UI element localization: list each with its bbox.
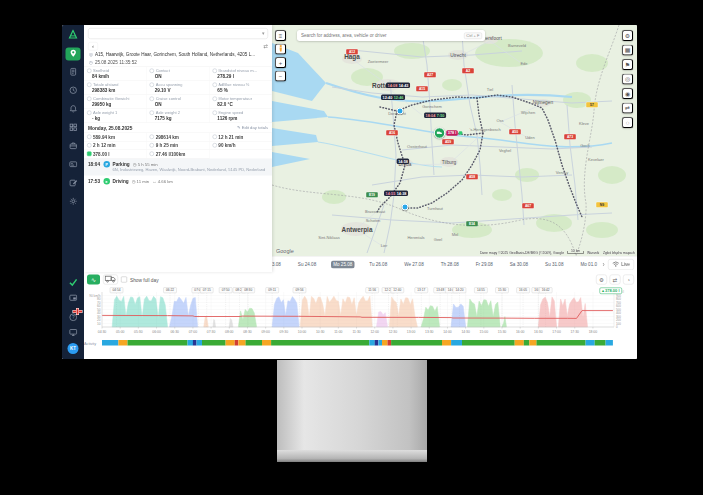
route-icon: [87, 135, 92, 140]
sidebar-item-settings[interactable]: [66, 196, 81, 209]
sidebar-item-reports[interactable]: [66, 66, 81, 79]
stop-marker[interactable]: [397, 108, 404, 115]
chart-history-button[interactable]: ◔: [623, 275, 634, 285]
share-route-icon[interactable]: ⇄: [263, 43, 268, 50]
day-tab[interactable]: We 27.08: [402, 260, 426, 268]
event-row[interactable]: 17:53▸Driving◷ 11 min↔ 4.66 km: [84, 175, 272, 187]
zoom-in-button[interactable]: +: [275, 57, 286, 68]
day-tab[interactable]: Mo 25.08: [331, 260, 354, 268]
metric-icon: [212, 96, 217, 101]
attribution-text: Dane mapy ©2025 GeoBasis-DE/BKG (©2009),…: [480, 251, 564, 255]
speed-chart-toggle[interactable]: ∿: [87, 275, 100, 285]
sidebar-item-notifications[interactable]: [66, 103, 81, 116]
svg-text:10:00: 10:00: [298, 330, 307, 334]
svg-text:14:55: 14:55: [477, 288, 485, 292]
map-location-button[interactable]: ◌: [622, 117, 633, 128]
vehicle-marker[interactable]: 378 l: [434, 127, 462, 139]
pencil-icon: ✎: [237, 125, 241, 130]
map-scale: 10 km: [568, 251, 584, 254]
chart-compare-button[interactable]: ⇄: [610, 275, 621, 285]
day-tab[interactable]: Th 28.08: [439, 260, 461, 268]
svg-text:12:00: 12:00: [370, 330, 379, 334]
svg-text:07:30: 07:30: [207, 330, 216, 334]
metric-icon: [87, 68, 92, 73]
truck-icon: [105, 275, 117, 285]
stop-marker[interactable]: [402, 204, 409, 211]
metric-cell: Cruise controlON: [147, 95, 210, 109]
edit-day-totals-button[interactable]: ✎ Edit day totals: [237, 125, 268, 130]
map-clusters-button[interactable]: ◉: [622, 88, 633, 99]
map-poi-button[interactable]: ⚑: [622, 59, 633, 70]
consumption-icon: [150, 152, 155, 157]
sidebar-item-tracking[interactable]: [66, 48, 81, 61]
svg-text:A2: A2: [466, 69, 470, 73]
back-button[interactable]: ‹: [88, 42, 98, 51]
current-timestamp: 25.08.2025 11:35:52: [95, 59, 137, 64]
map-search[interactable]: Ctrl + F: [297, 30, 485, 41]
sidebar-item-status-check[interactable]: [68, 278, 78, 290]
map-city-label: Mol: [452, 232, 459, 237]
activity-segment: [595, 340, 606, 346]
sidebar-item-apps[interactable]: [69, 294, 78, 305]
map[interactable]: A12A27A2A15A50A73A16A59A58A67E34E1957N9H…: [272, 25, 637, 256]
vehicle-panel: ▾ ‹ ⇄ ◎ A15, Haarwijk, Groote Haar, Gori…: [84, 25, 272, 272]
sidebar-item-user-avatar[interactable]: KT: [68, 343, 79, 354]
sidebar-item-fleet[interactable]: [66, 140, 81, 153]
metric-icon: [212, 110, 217, 115]
day-tab[interactable]: Tu 26.08: [367, 260, 389, 268]
sidebar-item-cards[interactable]: [66, 159, 81, 172]
panel-toggle-button[interactable]: ≡: [275, 30, 286, 41]
streetview-pegman-button[interactable]: [275, 44, 286, 55]
timestamp-row: ◷ 25.08.2025 11:35:52: [89, 59, 267, 64]
svg-text:N9: N9: [600, 203, 604, 207]
metrics-grid: Snelheid84 km/hContactONBrandstof niveau…: [84, 66, 272, 123]
metric-label: Axle weight 2: [156, 110, 180, 115]
event-address: 6N, Industrieweg, Haven, Waalwijk, Noord…: [113, 167, 266, 172]
day-tab[interactable]: Su 31.08: [543, 260, 565, 268]
vehicle-data-toggle[interactable]: [103, 275, 118, 285]
terms-link[interactable]: Warunki: [587, 251, 599, 255]
metric-icon: [87, 82, 92, 87]
activity-segment: [238, 340, 245, 346]
svg-text:18:00: 18:00: [589, 330, 598, 334]
activity-segment: [369, 340, 375, 346]
sidebar-item-devices[interactable]: [69, 328, 78, 339]
map-geofences-button[interactable]: ◎: [622, 74, 633, 85]
metric-cell: Combinatie Gewicht29950 kg: [84, 95, 147, 109]
day-tab[interactable]: Su 24.08: [296, 260, 318, 268]
day-tab[interactable]: Mo 01.0: [578, 260, 599, 268]
event-marker-icon: ▸: [104, 178, 111, 185]
report-error-link[interactable]: Zgłoś błąd w mapach: [603, 251, 635, 255]
day-tab[interactable]: Sa 30.08: [508, 260, 530, 268]
live-button[interactable]: Live: [608, 259, 634, 270]
speed-chart[interactable]: 90 km/h80706050403020101000 l90080070060…: [84, 287, 637, 359]
show-full-day-checkbox[interactable]: [121, 277, 127, 283]
svg-text:04:54: 04:54: [113, 288, 121, 292]
sidebar-item-dashboard[interactable]: [66, 122, 81, 135]
vehicle-selector[interactable]: ▾: [88, 28, 268, 39]
map-settings-button[interactable]: ⚙: [622, 30, 633, 41]
zoom-out-button[interactable]: −: [275, 71, 286, 82]
sidebar-item-history[interactable]: [66, 85, 81, 98]
map-city-label: Kevelaer: [588, 157, 604, 162]
sidebar-item-help[interactable]: ?: [69, 313, 78, 324]
bell-icon: [69, 104, 78, 115]
map-canvas[interactable]: A12A27A2A15A50A73A16A59A58A67E34E1957N9H…: [272, 25, 637, 256]
next-days-button[interactable]: ›: [602, 261, 606, 269]
day-tab[interactable]: Fr 29.08: [474, 260, 495, 268]
metric-value: - kg: [92, 116, 144, 121]
event-row[interactable]: 18:04PParking◷ 5 h 55 min6N, Industriewe…: [84, 158, 272, 175]
driving-icon: [150, 143, 155, 148]
gear-icon: [69, 197, 78, 208]
svg-text:16:30: 16:30: [534, 330, 543, 334]
fuel-icon: [87, 152, 92, 157]
metric-label: Cruise control: [156, 96, 181, 101]
vehicle-fuel-badge: 378 l: [446, 130, 457, 136]
sidebar-item-tasks[interactable]: [66, 177, 81, 190]
wifi-icon: [612, 261, 620, 268]
search-input[interactable]: [300, 33, 462, 39]
chart-settings-button[interactable]: ⚙: [596, 275, 607, 285]
map-routes-button[interactable]: ⇄: [622, 103, 633, 114]
map-layers-button[interactable]: ▦: [622, 45, 633, 56]
road-shield: A2: [462, 68, 474, 74]
